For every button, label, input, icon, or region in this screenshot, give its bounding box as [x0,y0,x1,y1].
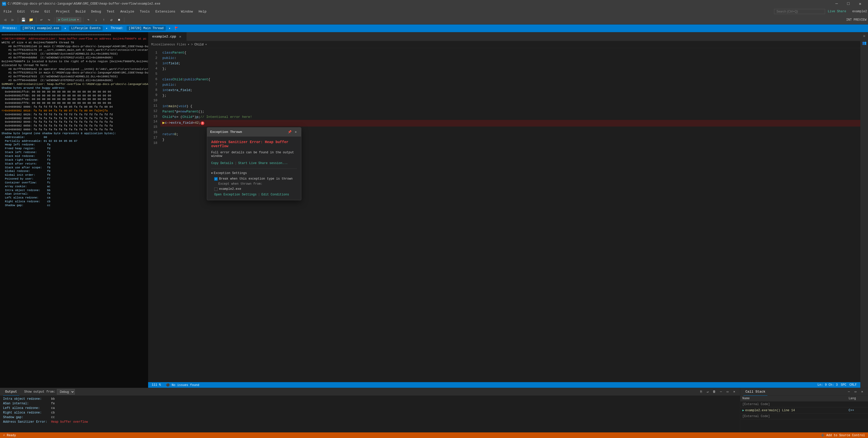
output-expand-btn[interactable]: ▭ [725,389,731,395]
popup-pin-button[interactable]: 📌 [287,130,292,134]
continue-dropdown-icon[interactable]: ▾ [77,18,79,22]
toolbar-sep-5 [124,18,124,23]
menu-extensions[interactable]: Extensions [153,9,178,14]
no-issues[interactable]: ⚫ No issues found [164,383,201,387]
output-value: Heap buffer overflow [51,419,88,424]
breadcrumb-dropdown[interactable]: ▾ [188,43,189,46]
tab-bar: example2.cpp ✕ [148,32,860,41]
toolbar-forward[interactable]: ▷ [9,16,17,23]
toolbar-undo[interactable]: ↩ [38,16,45,23]
menu-build[interactable]: Build [73,9,88,14]
toolbar-step-out[interactable]: ↑ [100,16,107,23]
toolbar-step-over[interactable]: ↷ [85,16,92,23]
breadcrumb-files[interactable]: Miscellaneous Files [151,43,186,46]
source-control-label[interactable]: ➕ Add to Source Control [821,433,865,437]
zoom-level[interactable]: 111 % [150,383,162,387]
menu-search-input[interactable] [774,9,825,14]
code-line-9: }; [160,93,860,98]
menu-edit[interactable]: Edit [14,9,28,14]
live-share-session-link[interactable]: Start Live Share session... [238,162,288,165]
toolbar-open[interactable]: 📁 [27,16,34,23]
callstack-minimize-btn[interactable]: ─ [846,389,851,395]
menu-git[interactable]: Git [42,9,53,14]
output-label: Intra object redzone: [3,397,49,401]
terminal-panel[interactable]: ========================================… [0,32,148,388]
team-explorer-icon[interactable]: 👥 [861,40,867,46]
lifecycle-events[interactable]: Lifecycle Events [69,26,103,31]
menu-analyze[interactable]: Analyze [118,9,137,14]
callstack-row[interactable]: [External Code] [740,402,868,407]
toolbar-step-into[interactable]: ↓ [92,16,100,23]
toolbar-stop[interactable]: ■ [116,16,123,23]
line-ending[interactable]: CRLF [848,383,858,387]
toolbar-save[interactable]: 💾 [20,16,27,23]
minimize-button[interactable]: ─ [831,0,842,8]
live-share-label[interactable]: Live Share [828,10,846,13]
menu-window[interactable]: Window [179,9,196,14]
callstack-close-btn[interactable]: ✕ [859,389,865,395]
line-col[interactable]: Ln: 9 Ch: 3 [816,383,839,387]
continue-button[interactable]: ▶ Continue ▾ [56,17,82,23]
menu-view[interactable]: View [28,9,41,14]
thread-dropdown[interactable]: ▾ [169,27,170,30]
output-wrap-btn[interactable]: ↵ [705,389,710,395]
break-when-thrown-checkbox[interactable]: ✓ [214,177,218,180]
callstack-row[interactable]: ▶example2.exe!main() Line 14C++ [740,407,868,413]
breadcrumb-symbol-dropdown[interactable]: ▾ [205,43,207,46]
toolbar-back[interactable]: ◁ [2,16,9,23]
line-col-text: Ln: 9 Ch: 3 [817,383,838,387]
copy-details-link[interactable]: Copy Details [211,162,233,165]
callstack-row[interactable]: [External Code] [740,413,868,419]
maximize-button[interactable]: □ [842,0,854,8]
output-row: Right alloca redzone:cb [3,410,737,415]
menu-tools[interactable]: Tools [137,9,152,14]
toolbar-redo[interactable]: ↪ [45,16,53,23]
callstack-expand-btn[interactable]: ▭ [853,389,858,395]
output-clear-btn[interactable]: 🗑 [711,389,717,395]
exception-settings-section: ▼ Exception Settings ✓ Break when this e… [211,169,297,196]
menu-right-area: Live Share example2 [828,10,867,13]
menu-project[interactable]: Project [53,9,72,14]
solution-explorer-icon[interactable]: ≡ [861,33,867,39]
output-tab[interactable]: Output [3,388,19,396]
output-close-btn[interactable]: ✕ [732,389,737,395]
output-row: Intra object redzone:bb [3,397,737,401]
output-source-select[interactable]: Debug Build [57,389,75,395]
dropdown-icon-1[interactable]: ▾ [64,27,66,30]
menu-file[interactable]: File [1,9,14,14]
output-value: cc [51,415,55,419]
popup-close-button[interactable]: ✕ [293,130,298,134]
code-line-10 [160,98,860,104]
edit-conditions-link[interactable]: Edit Conditions [261,193,289,196]
toolbar-sep-2 [36,18,36,23]
output-content[interactable]: Intra object redzone:bbASan internal:feL… [0,396,740,432]
bottom-area: Output Show output from: Debug Build ⎘ ↵… [0,388,868,432]
tab-close-button[interactable]: ✕ [178,34,182,38]
menu-test[interactable]: Test [104,9,117,14]
callstack-arrow-icon: ▶ [742,409,744,412]
example2-exe-checkbox[interactable] [214,188,218,191]
output-minimize-btn[interactable]: ─ [718,389,724,395]
output-copy-btn[interactable]: ⎘ [698,389,704,395]
callstack-tab[interactable]: Call Stack [743,388,767,396]
toolbar-restart[interactable]: ↺ [108,16,115,23]
code-line-13: Child *c = (Child*)p; // Intentional err… [160,114,860,120]
ready-label: ⚡ Ready [3,433,16,437]
breadcrumb-symbol[interactable]: Child [194,43,204,46]
example2-exe-row: example2.exe [211,187,297,191]
code-line-6: class Child : public Parent { [160,77,860,82]
breadcrumb-bar: Miscellaneous Files ▾ > Child ▾ [148,41,860,48]
close-button[interactable]: ✕ [854,0,866,8]
code-content[interactable]: class Parent { public: int field;};class… [159,48,860,382]
open-exception-settings-link[interactable]: Open Exception Settings [214,193,257,196]
tab-example2-cpp[interactable]: example2.cpp ✕ [148,32,187,41]
toolbar-sep-4 [83,18,83,23]
menu-help[interactable]: Help [196,9,209,14]
menu-debug[interactable]: Debug [89,9,104,14]
output-label: Left alloca redzone: [3,406,49,410]
debug-bar: Process: [30724] example2.exe ▾ Lifecycl… [0,25,868,32]
lifecycle-dropdown[interactable]: ▾ [106,27,107,30]
no-issues-text: ⚫ No issues found [166,383,199,387]
encoding[interactable]: SPC [839,383,848,387]
output-value: ca [51,406,55,410]
